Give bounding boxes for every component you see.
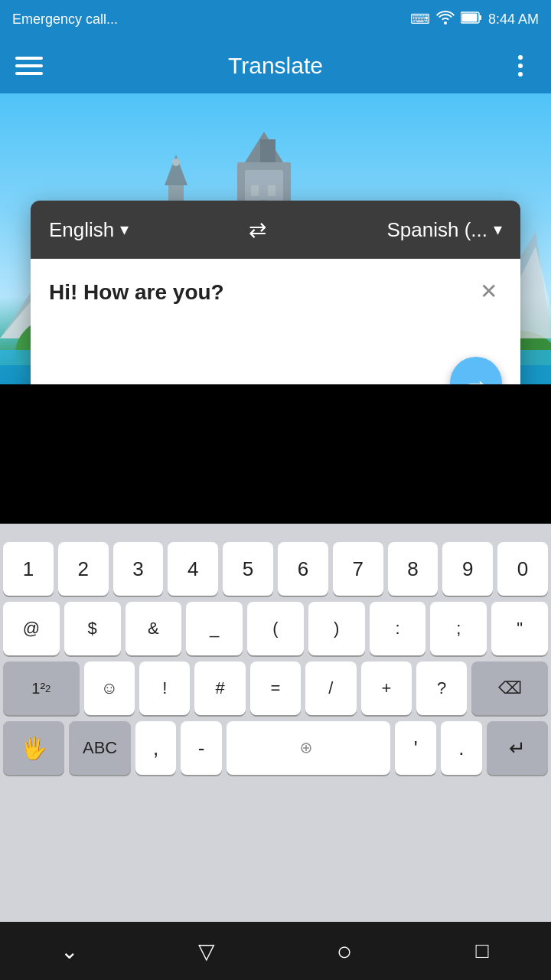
menu-button[interactable] [15, 51, 46, 81]
key-123-toggle[interactable]: 1²2 [3, 662, 80, 715]
key-semicolon[interactable]: ; [430, 602, 487, 655]
status-bar: Emergency call... ⌨ 8:44 AM [0, 0, 551, 38]
page-title: Translate [46, 53, 505, 79]
key-apostrophe[interactable]: ' [395, 721, 436, 775]
key-question[interactable]: ? [416, 662, 467, 715]
space-key[interactable] [227, 721, 390, 775]
triangle-icon: ▽ [198, 939, 215, 964]
key-2[interactable]: 2 [58, 542, 109, 596]
svg-rect-2 [461, 13, 477, 21]
svg-point-16 [172, 158, 180, 166]
key-3[interactable]: 3 [113, 542, 164, 596]
key-period[interactable]: . [441, 721, 482, 775]
svg-rect-8 [260, 139, 276, 162]
key-5[interactable]: 5 [223, 542, 273, 596]
source-language-dropdown-icon: ▾ [120, 220, 129, 240]
key-dollar[interactable]: $ [64, 602, 121, 655]
translate-arrow-icon: → [464, 371, 488, 384]
keyboard: 1 2 3 4 5 6 7 8 9 0 @ $ & _ ( ) : ; " 1²… [0, 539, 551, 775]
battery-icon [461, 11, 482, 28]
wifi-icon [436, 11, 455, 28]
back-button[interactable]: ⌄ [46, 928, 92, 974]
keyboard-row-numbers: 1 2 3 4 5 6 7 8 9 0 [3, 542, 548, 596]
abc-key[interactable]: ABC [69, 721, 130, 775]
input-text: Hi! How are you? [49, 280, 224, 304]
swap-languages-button[interactable]: ⇄ [129, 217, 386, 243]
key-9[interactable]: 9 [442, 542, 493, 596]
key-7[interactable]: 7 [333, 542, 383, 596]
key-ampersand[interactable]: & [126, 602, 182, 655]
source-language-selector[interactable]: English ▾ [49, 218, 129, 242]
swap-icon: ⇄ [249, 218, 266, 242]
key-6[interactable]: 6 [278, 542, 328, 596]
key-1[interactable]: 1 [3, 542, 54, 596]
circle-icon: ○ [337, 936, 353, 966]
chevron-down-icon: ⌄ [60, 939, 78, 964]
gesture-key[interactable]: 🖐 [3, 721, 64, 775]
keyboard-row-symbols: @ $ & _ ( ) : ; " [3, 602, 548, 655]
translate-button[interactable]: → [450, 357, 502, 384]
key-plus[interactable]: + [361, 662, 412, 715]
key-slash[interactable]: / [305, 662, 356, 715]
enter-key[interactable]: ↵ [487, 721, 548, 775]
source-language-label: English [49, 218, 114, 242]
target-language-selector[interactable]: Spanish (... ▾ [386, 218, 502, 242]
emergency-call-text: Emergency call... [12, 11, 118, 28]
svg-rect-10 [251, 185, 259, 196]
home-button[interactable]: ○ [321, 928, 367, 974]
key-equals[interactable]: = [250, 662, 301, 715]
square-icon: □ [476, 939, 489, 963]
language-selector-bar: English ▾ ⇄ Spanish (... ▾ [31, 201, 520, 259]
status-icons: ⌨ 8:44 AM [410, 11, 539, 28]
key-lparen[interactable]: ( [247, 602, 304, 655]
keyboard-row-special: 1²2 ☺ ! # = / + ? ⌫ [3, 662, 548, 715]
clear-button[interactable]: ✕ [471, 274, 505, 308]
status-time: 8:44 AM [488, 11, 539, 28]
key-0[interactable]: 0 [497, 542, 548, 596]
key-comma[interactable]: , [135, 721, 177, 775]
backspace-key[interactable]: ⌫ [471, 662, 548, 715]
more-options-button[interactable] [505, 51, 536, 81]
translation-input-area[interactable]: Hi! How are you? ✕ → [31, 259, 520, 384]
key-colon[interactable]: : [370, 602, 426, 655]
key-hash[interactable]: # [194, 662, 245, 715]
app-toolbar: Translate [0, 38, 551, 93]
close-icon: ✕ [480, 279, 497, 304]
svg-rect-11 [268, 185, 276, 196]
key-smiley[interactable]: ☺ [84, 662, 135, 715]
keyboard-spacer [0, 524, 551, 539]
overview-button[interactable]: □ [459, 928, 505, 974]
keyboard-row-bottom: 🖐 ABC , - ' . ↵ [3, 721, 548, 775]
svg-rect-1 [479, 15, 481, 20]
target-language-dropdown-icon: ▾ [494, 220, 502, 240]
key-4[interactable]: 4 [168, 542, 218, 596]
key-rparen[interactable]: ) [308, 602, 365, 655]
keyboard-area: 1 2 3 4 5 6 7 8 9 0 @ $ & _ ( ) : ; " 1²… [0, 524, 551, 980]
key-at[interactable]: @ [3, 602, 60, 655]
key-8[interactable]: 8 [388, 542, 439, 596]
translation-card: English ▾ ⇄ Spanish (... ▾ Hi! How are y… [31, 201, 520, 384]
hero-background: English ▾ ⇄ Spanish (... ▾ Hi! How are y… [0, 93, 551, 384]
key-dash[interactable]: - [181, 721, 222, 775]
key-underscore[interactable]: _ [186, 602, 243, 655]
bottom-navigation: ⌄ ▽ ○ □ [0, 922, 551, 980]
key-quote[interactable]: " [491, 602, 548, 655]
key-exclamation[interactable]: ! [139, 662, 190, 715]
target-language-label: Spanish (... [386, 218, 487, 242]
recent-apps-button[interactable]: ▽ [184, 928, 230, 974]
keyboard-status-icon: ⌨ [410, 11, 430, 28]
